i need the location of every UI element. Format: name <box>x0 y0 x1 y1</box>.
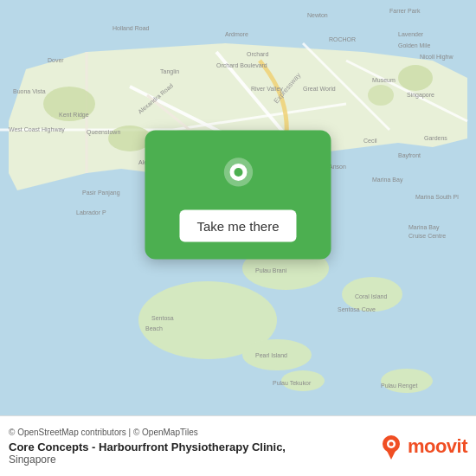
svg-text:Pearl Island: Pearl Island <box>255 352 287 358</box>
moovit-logo: moovit <box>378 434 467 460</box>
svg-text:Museum: Museum <box>372 77 396 83</box>
svg-text:Orchard Boulevard: Orchard Boulevard <box>216 62 267 68</box>
svg-text:Pulau Renget: Pulau Renget <box>381 383 417 389</box>
svg-text:Cruise Centre: Cruise Centre <box>408 233 446 239</box>
svg-text:Gardens: Gardens <box>424 135 447 141</box>
svg-text:Labrador P: Labrador P <box>76 209 106 215</box>
svg-text:Dover: Dover <box>48 57 64 63</box>
svg-point-14 <box>368 85 394 106</box>
svg-point-66 <box>234 168 242 177</box>
svg-text:Marina Bay: Marina Bay <box>372 177 403 183</box>
place-subtitle: Singapore <box>9 453 378 466</box>
svg-text:Farrer Park: Farrer Park <box>389 8 421 14</box>
footer-left: © OpenStreetMap contributors | © OpenMap… <box>9 428 378 466</box>
place-name: Core Concepts - Harbourfront Physiothera… <box>9 441 378 453</box>
svg-text:Marina Bay: Marina Bay <box>408 224 440 231</box>
take-me-there-button[interactable]: Take me there <box>179 210 296 242</box>
svg-text:West Coast Highway: West Coast Highway <box>9 126 65 133</box>
svg-text:Beach: Beach <box>145 325 163 331</box>
copyright-text: © OpenStreetMap contributors | © OpenMap… <box>9 428 378 437</box>
moovit-label: moovit <box>408 435 467 458</box>
svg-text:Tanglin: Tanglin <box>160 68 179 75</box>
svg-text:Coral Island: Coral Island <box>355 293 387 299</box>
svg-text:Kent Ridge: Kent Ridge <box>59 112 89 119</box>
svg-point-69 <box>389 441 393 446</box>
svg-text:ROCHOR: ROCHOR <box>329 36 356 42</box>
svg-text:Orchard: Orchard <box>247 51 268 57</box>
svg-text:Lavender: Lavender <box>398 31 424 37</box>
svg-text:Sentosa Cove: Sentosa Cove <box>338 306 376 312</box>
svg-text:Pulau Brani: Pulau Brani <box>255 267 287 273</box>
svg-marker-70 <box>387 451 396 460</box>
svg-point-20 <box>381 369 433 393</box>
svg-text:Great World: Great World <box>303 86 336 92</box>
svg-text:Marina South Pl: Marina South Pl <box>415 194 459 200</box>
svg-point-13 <box>398 65 433 91</box>
svg-text:Sentosa: Sentosa <box>151 315 174 321</box>
svg-text:Anson: Anson <box>329 164 346 170</box>
svg-text:Singapore: Singapore <box>407 92 434 99</box>
svg-text:Newton: Newton <box>307 12 328 18</box>
map-container: Expressway West Coast Highway Dover Holl… <box>0 0 476 415</box>
svg-text:Bayfront: Bayfront <box>398 152 421 159</box>
svg-text:Ardmore: Ardmore <box>225 31 248 37</box>
location-pin-icon <box>216 157 260 200</box>
location-card: Take me there <box>145 131 331 260</box>
svg-text:Holland Road: Holland Road <box>113 25 150 31</box>
svg-text:Buona Vista: Buona Vista <box>13 88 46 94</box>
moovit-brand-icon <box>378 434 404 460</box>
svg-text:Golden Mile: Golden Mile <box>398 42 430 48</box>
svg-text:Cecil: Cecil <box>363 138 377 144</box>
svg-text:Pasir Panjang: Pasir Panjang <box>82 190 120 196</box>
svg-text:Pulau Tekukor: Pulau Tekukor <box>273 380 312 386</box>
footer-bar: © OpenStreetMap contributors | © OpenMap… <box>0 415 476 476</box>
svg-text:Nicoll Highw: Nicoll Highw <box>420 54 453 61</box>
svg-text:River Valley: River Valley <box>251 86 283 93</box>
svg-text:Queenstown: Queenstown <box>87 129 120 136</box>
